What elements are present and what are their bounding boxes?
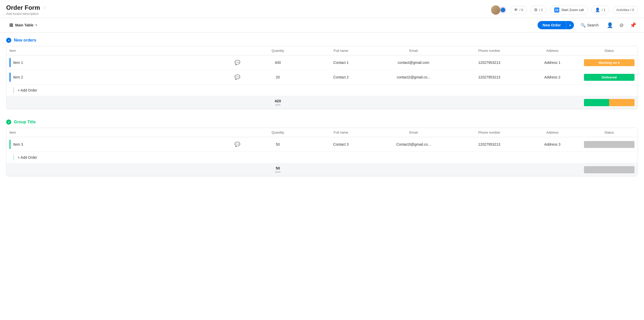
item-cell-3[interactable]: Item 3 💬 bbox=[6, 137, 246, 152]
person-icon: 👤 bbox=[607, 22, 613, 28]
col-header-address-2: Address bbox=[524, 128, 581, 137]
new-order-button[interactable]: New Order bbox=[538, 21, 566, 29]
col-header-status: Status bbox=[581, 46, 638, 55]
email-cell-1[interactable]: contact@gmail.com bbox=[373, 55, 455, 70]
comment-icon-2[interactable]: 💬 bbox=[235, 74, 243, 80]
status-badge-3 bbox=[584, 141, 635, 148]
sum-value-1: 420 bbox=[249, 99, 306, 103]
item-color-bar-3 bbox=[9, 140, 11, 149]
board-description[interactable]: Add board description bbox=[6, 12, 491, 16]
item-name-2: Item 2 bbox=[13, 75, 23, 79]
group-header-group-title: ▾ Group Title bbox=[6, 119, 638, 125]
page-title: Order Form bbox=[6, 4, 40, 11]
sum-row-1: 420 sum bbox=[6, 96, 638, 109]
avatar-group: 🔵 bbox=[491, 5, 507, 15]
status-badge-1: Working on it bbox=[584, 59, 635, 66]
col-header-fullname: Full name bbox=[309, 46, 373, 55]
table-new-orders: Item Quantity Full name Email Phone numb… bbox=[6, 46, 638, 109]
add-placeholder-bar bbox=[13, 87, 14, 93]
add-order-row-2[interactable]: + Add Order bbox=[6, 152, 638, 163]
add-order-label-2: + Add Order bbox=[18, 155, 37, 159]
table-icon: ⊞ bbox=[9, 22, 13, 28]
status-cell-3[interactable] bbox=[581, 137, 638, 152]
col-header-phone: Phone number bbox=[455, 46, 524, 55]
status-cell-1[interactable]: Working on it bbox=[581, 55, 638, 70]
add-order-wrap-2: + Add Order bbox=[9, 154, 243, 161]
comment-icon-1[interactable]: 💬 bbox=[235, 60, 243, 65]
add-order-cell-2[interactable]: + Add Order bbox=[6, 152, 246, 163]
people-count: / 1 bbox=[602, 8, 605, 12]
new-order-dropdown[interactable]: ▾ bbox=[566, 21, 574, 29]
zoom-button[interactable]: Start Zoom call bbox=[550, 6, 588, 14]
group-name-group-title: Group Title bbox=[14, 120, 36, 124]
col-header-status-2: Status bbox=[581, 128, 638, 137]
email-cell-2[interactable]: contact2@gmail.co... bbox=[373, 70, 455, 85]
header-title: Order Form ☆ bbox=[6, 4, 491, 11]
phone-cell-3: 12027953213 bbox=[455, 137, 524, 152]
col-header-quantity: Quantity bbox=[246, 46, 309, 55]
quantity-cell-2: 20 bbox=[246, 70, 309, 85]
dropdown-chevron-icon: ▾ bbox=[569, 24, 571, 27]
col-header-quantity-2: Quantity bbox=[246, 128, 309, 137]
item-name-3: Item 3 bbox=[13, 142, 23, 146]
sum-bar-green-1 bbox=[584, 99, 609, 106]
sum-bar-gray-2 bbox=[584, 166, 635, 173]
table-group-title: Item Quantity Full name Email Phone numb… bbox=[6, 128, 638, 176]
search-button[interactable]: 🔍 Search bbox=[577, 21, 602, 29]
add-order-row-1[interactable]: + Add Order bbox=[6, 85, 638, 96]
new-order-label: New Order bbox=[543, 23, 561, 27]
comment-icon-3[interactable]: 💬 bbox=[235, 142, 243, 147]
table-head-2: Item Quantity Full name Email Phone numb… bbox=[6, 128, 638, 137]
person-icon-button[interactable]: 👤 bbox=[605, 21, 615, 30]
item-cell-2[interactable]: Item 2 💬 bbox=[6, 70, 246, 85]
chevron-down-icon: ▾ bbox=[35, 23, 37, 27]
item-color-bar-1 bbox=[9, 58, 11, 67]
people-badge[interactable]: 👤 / 1 bbox=[591, 6, 609, 14]
automations-badge[interactable]: ⚙ / 2 bbox=[530, 6, 547, 14]
eye-icon: 👁 bbox=[514, 8, 518, 12]
sum-fullname-empty bbox=[309, 96, 373, 109]
people-icon: 👤 bbox=[595, 7, 600, 12]
header-left: Order Form ☆ Add board description bbox=[6, 4, 491, 16]
item-cell-1[interactable]: Item 1 💬 bbox=[6, 55, 246, 70]
sum-email-empty-2 bbox=[373, 163, 455, 176]
avatar[interactable] bbox=[491, 5, 500, 15]
view-badge[interactable]: 👁 / 0 bbox=[510, 6, 527, 14]
sum-fullname-empty-2 bbox=[309, 163, 373, 176]
automations-icon: ⚙ bbox=[534, 7, 538, 12]
add-order-label: + Add Order bbox=[18, 88, 37, 92]
group-toggle-group-title[interactable]: ▾ bbox=[6, 119, 11, 125]
email-cell-3[interactable]: Contact3@gmail.co... bbox=[373, 137, 455, 152]
sum-status-bars-2 bbox=[581, 163, 638, 176]
sum-bars-2 bbox=[584, 166, 635, 173]
fullname-cell-3: Contact 3 bbox=[309, 137, 373, 152]
star-icon[interactable]: ☆ bbox=[43, 5, 47, 11]
table-name: Main Table bbox=[15, 23, 33, 27]
item-wrap-2: Item 2 💬 bbox=[9, 73, 243, 82]
fullname-cell-2: Contact 2 bbox=[309, 70, 373, 85]
activities-badge[interactable]: Activities / 0 bbox=[612, 6, 638, 14]
table-body-new-orders: Item 1 💬 400 Contact 1 contact@gmail.com… bbox=[6, 55, 638, 109]
column-header-row: Item Quantity Full name Email Phone numb… bbox=[6, 46, 638, 55]
group-new-orders: ▾ New orders Item Quantity Full name Ema… bbox=[6, 38, 638, 109]
pin-button[interactable]: 📌 bbox=[628, 21, 638, 30]
group-group-title: ▾ Group Title Item Quantity Full name Em… bbox=[6, 119, 638, 176]
table-head: Item Quantity Full name Email Phone numb… bbox=[6, 46, 638, 55]
sum-quantity-cell: 420 sum bbox=[246, 96, 309, 109]
header: Order Form ☆ Add board description 🔵 👁 /… bbox=[0, 0, 644, 18]
avatar-image bbox=[491, 5, 500, 15]
hide-button[interactable]: ⊘ bbox=[618, 21, 625, 30]
sum-item-empty bbox=[6, 96, 246, 109]
group-toggle-new-orders[interactable]: ▾ bbox=[6, 38, 11, 43]
add-order-cell[interactable]: + Add Order bbox=[6, 85, 246, 96]
status-cell-2[interactable]: Delivered bbox=[581, 70, 638, 85]
col-header-phone-2: Phone number bbox=[455, 128, 524, 137]
table-selector[interactable]: ⊞ Main Table ▾ bbox=[6, 21, 40, 29]
sum-label-2: sum bbox=[249, 170, 306, 173]
search-icon: 🔍 bbox=[581, 23, 586, 28]
col-header-email: Email bbox=[373, 46, 455, 55]
col-header-email-2: Email bbox=[373, 128, 455, 137]
add-order-wrap: + Add Order bbox=[9, 87, 243, 93]
add-placeholder-bar-2 bbox=[13, 154, 14, 161]
quantity-cell-3: 50 bbox=[246, 137, 309, 152]
